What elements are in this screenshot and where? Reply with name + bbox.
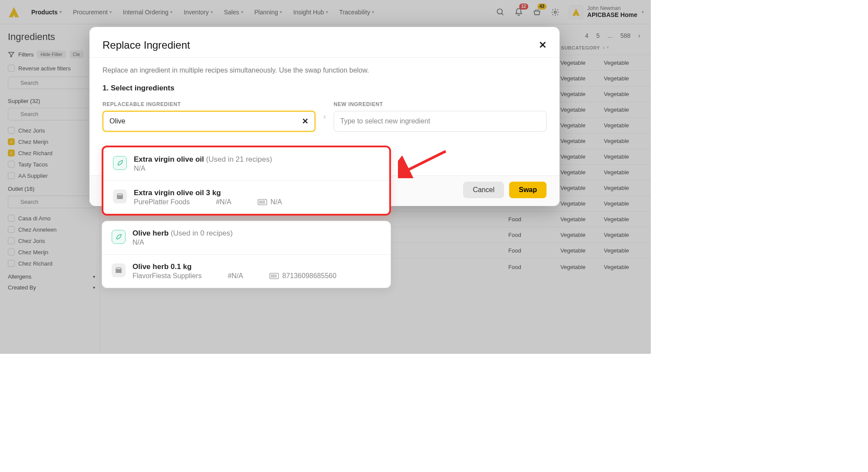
dropdown-item-ingredient[interactable]: Olive herb (Used in 0 recipes) N/A bbox=[102, 221, 391, 254]
barcode-icon bbox=[258, 199, 267, 206]
dropdown-item-package[interactable]: Extra virgin olive oil 3 kg PurePlatter … bbox=[103, 180, 389, 214]
replaceable-input[interactable]: Olive ✕ bbox=[103, 111, 315, 132]
modal-description: Replace an ingredient in multiple recipe… bbox=[103, 66, 547, 74]
box-icon bbox=[113, 189, 127, 203]
leaf-icon bbox=[113, 156, 127, 170]
replaceable-label: REPLACEABLE INGREDIENT bbox=[103, 101, 315, 107]
swap-button[interactable]: Swap bbox=[509, 182, 547, 198]
clear-icon[interactable]: ✕ bbox=[302, 116, 308, 126]
dropdown-item-package[interactable]: Olive herb 0.1 kg FlavorFiesta Suppliers… bbox=[102, 254, 391, 288]
modal-title: Replace Ingredient bbox=[103, 39, 190, 51]
dropdown-card-highlighted: Extra virgin olive oil (Used in 21 recip… bbox=[102, 146, 391, 216]
cancel-button[interactable]: Cancel bbox=[463, 182, 504, 198]
ingredient-dropdown: Extra virgin olive oil (Used in 21 recip… bbox=[102, 146, 391, 293]
new-ingredient-input[interactable]: Type to select new ingredient bbox=[334, 111, 547, 132]
close-icon[interactable]: ✕ bbox=[539, 40, 547, 51]
barcode-icon bbox=[269, 273, 279, 279]
box-icon bbox=[112, 263, 126, 277]
step-title: 1. Select ingredients bbox=[103, 84, 547, 93]
arrow-right-icon: › bbox=[323, 112, 326, 121]
new-ingredient-label: NEW INGREDIENT bbox=[334, 101, 547, 107]
dropdown-item-ingredient[interactable]: Extra virgin olive oil (Used in 21 recip… bbox=[103, 147, 389, 180]
leaf-icon bbox=[112, 230, 126, 244]
dropdown-card: Olive herb (Used in 0 recipes) N/A Olive… bbox=[102, 221, 391, 288]
